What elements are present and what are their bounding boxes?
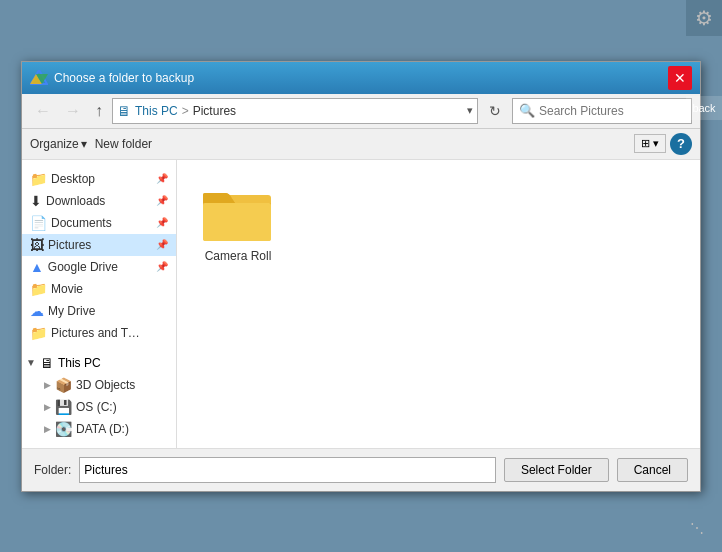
expand-osc: ▶ — [44, 402, 51, 412]
this-pc-label: This PC — [58, 356, 101, 370]
sidebar-label-documents: Documents — [51, 216, 112, 230]
folder-input[interactable] — [79, 457, 496, 483]
address-toolbar: ← → ↑ 🖥 This PC > Pictures ▾ ↻ 🔍 — [22, 94, 700, 129]
sidebar-label-osc: OS (C:) — [76, 400, 117, 414]
dialog-title: Choose a folder to backup — [54, 71, 668, 85]
sidebar-section-this-pc[interactable]: ▼ 🖥 This PC — [22, 352, 176, 374]
view-toggle-button[interactable]: ⊞ ▾ — [634, 134, 666, 153]
title-bar: Choose a folder to backup ✕ — [22, 62, 700, 94]
folder-icon: 📁 — [30, 171, 47, 187]
back-label: back — [686, 96, 722, 120]
pin-icon-downloads: 📌 — [156, 195, 168, 206]
chevron-this-pc: ▼ — [26, 357, 36, 368]
organize-arrow: ▾ — [81, 137, 87, 151]
refresh-button[interactable]: ↻ — [482, 100, 508, 122]
sidebar-item-pictures[interactable]: 🖼 Pictures 📌 — [22, 234, 176, 256]
sidebar: 📁 Desktop 📌 ⬇ Downloads 📌 📄 Documents 📌 … — [22, 160, 177, 448]
organize-label: Organize — [30, 137, 79, 151]
this-pc-icon: 🖥 — [40, 355, 54, 371]
sidebar-item-downloads[interactable]: ⬇ Downloads 📌 — [22, 190, 176, 212]
pin-icon-gdrive: 📌 — [156, 261, 168, 272]
sidebar-item-my-drive[interactable]: ☁ My Drive — [22, 300, 176, 322]
sidebar-item-3d-objects[interactable]: ▶ 📦 3D Objects — [22, 374, 176, 396]
back-button[interactable]: ← — [30, 99, 56, 123]
address-dropdown-button[interactable]: ▾ — [467, 104, 473, 117]
movie-icon: 📁 — [30, 281, 47, 297]
camera-roll-folder-icon — [203, 185, 273, 245]
search-icon: 🔍 — [519, 103, 535, 118]
gdrive-sidebar-icon: ▲ — [30, 259, 44, 275]
expand-data: ▶ — [44, 424, 51, 434]
select-folder-button[interactable]: Select Folder — [504, 458, 609, 482]
cancel-button[interactable]: Cancel — [617, 458, 688, 482]
address-icon: 🖥 — [117, 103, 131, 119]
sidebar-item-pictures-and-tra[interactable]: 📁 Pictures and Tra... — [22, 322, 176, 344]
pin-icon: 📌 — [156, 173, 168, 184]
bottom-bar: Folder: Select Folder Cancel — [22, 448, 700, 491]
mydrive-icon: ☁ — [30, 303, 44, 319]
file-dialog: Choose a folder to backup ✕ ← → ↑ 🖥 This… — [21, 61, 701, 492]
folder-label-text: Folder: — [34, 463, 71, 477]
search-input[interactable] — [539, 104, 685, 118]
sidebar-label-my-drive: My Drive — [48, 304, 95, 318]
sidebar-label-data: DATA (D:) — [76, 422, 129, 436]
forward-button[interactable]: → — [60, 99, 86, 123]
pictures-icon: 🖼 — [30, 237, 44, 253]
pin-icon-documents: 📌 — [156, 217, 168, 228]
sidebar-label-pictures: Pictures — [48, 238, 91, 252]
sidebar-item-documents[interactable]: 📄 Documents 📌 — [22, 212, 176, 234]
new-folder-button[interactable]: New folder — [95, 137, 152, 151]
sidebar-item-google-drive[interactable]: ▲ Google Drive 📌 — [22, 256, 176, 278]
sidebar-item-osc[interactable]: ▶ 💾 OS (C:) — [22, 396, 176, 418]
search-bar[interactable]: 🔍 — [512, 98, 692, 124]
gear-icon[interactable]: ⚙ — [686, 0, 722, 36]
expand-3d: ▶ — [44, 380, 51, 390]
3d-icon: 📦 — [55, 377, 72, 393]
svg-rect-4 — [203, 203, 271, 241]
address-separator: > — [182, 104, 189, 118]
sidebar-item-desktop[interactable]: 📁 Desktop 📌 — [22, 168, 176, 190]
document-icon: 📄 — [30, 215, 47, 231]
sidebar-item-movie[interactable]: 📁 Movie — [22, 278, 176, 300]
sidebar-item-data[interactable]: ▶ 💽 DATA (D:) — [22, 418, 176, 440]
folder-item-camera-roll[interactable]: Camera Roll — [193, 176, 283, 272]
help-button[interactable]: ? — [670, 133, 692, 155]
osc-icon: 💾 — [55, 399, 72, 415]
gdrive-icon — [30, 69, 48, 87]
sidebar-label-desktop: Desktop — [51, 172, 95, 186]
pict-tra-icon: 📁 — [30, 325, 47, 341]
address-current: Pictures — [193, 104, 236, 118]
sidebar-label-pictures-tra: Pictures and Tra... — [51, 326, 141, 340]
pin-icon-pictures: 📌 — [156, 239, 168, 250]
resize-handle[interactable]: ⋱ — [690, 520, 702, 532]
download-icon: ⬇ — [30, 193, 42, 209]
address-bar: 🖥 This PC > Pictures ▾ — [112, 98, 478, 124]
main-file-area: Camera Roll — [177, 160, 700, 448]
address-this-pc[interactable]: This PC — [135, 104, 178, 118]
sidebar-label-downloads: Downloads — [46, 194, 105, 208]
data-icon: 💽 — [55, 421, 72, 437]
sidebar-label-3d: 3D Objects — [76, 378, 135, 392]
close-button[interactable]: ✕ — [668, 66, 692, 90]
organize-button[interactable]: Organize ▾ — [30, 137, 87, 151]
camera-roll-label: Camera Roll — [205, 249, 272, 263]
sidebar-label-movie: Movie — [51, 282, 83, 296]
content-area: 📁 Desktop 📌 ⬇ Downloads 📌 📄 Documents 📌 … — [22, 160, 700, 448]
up-button[interactable]: ↑ — [90, 99, 108, 123]
organize-toolbar: Organize ▾ New folder ⊞ ▾ ? — [22, 129, 700, 160]
sidebar-label-gdrive: Google Drive — [48, 260, 118, 274]
